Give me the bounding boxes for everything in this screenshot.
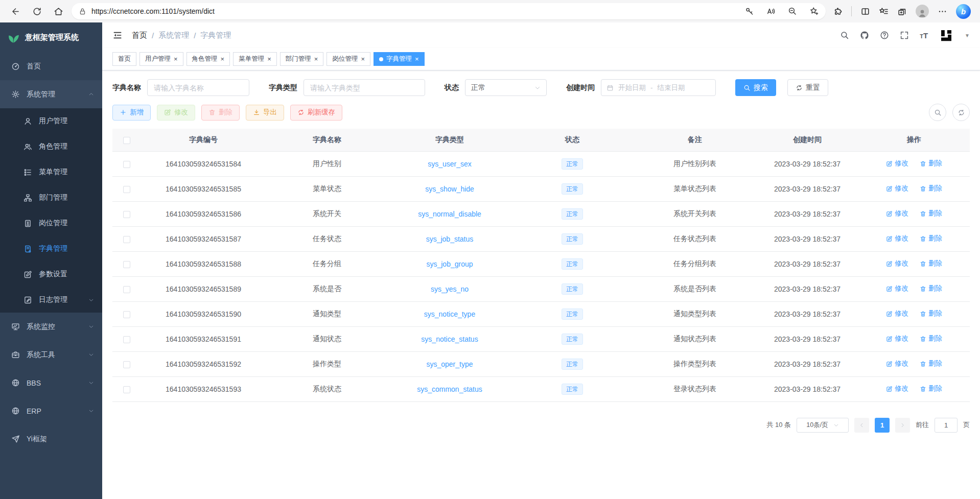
collapse-sidebar-icon[interactable] [112,30,123,40]
dict-name-input[interactable] [147,79,249,96]
row-edit-link[interactable]: 修改 [886,234,908,243]
show-search-toggle-button[interactable] [929,104,946,121]
tab-close-icon[interactable]: × [267,56,271,62]
browser-back-button[interactable] [7,3,24,19]
goto-page-input[interactable] [935,418,958,433]
dict-type-link[interactable]: sys_show_hide [425,185,474,193]
row-checkbox[interactable] [123,386,130,393]
search-button[interactable]: 搜索 [735,79,776,96]
dict-type-input[interactable] [304,79,425,96]
row-checkbox[interactable] [123,161,130,168]
favorites-add-icon[interactable] [809,7,819,16]
date-range-picker[interactable]: 开始日期 - 结束日期 [601,79,716,96]
sidebar-item-erp[interactable]: ERP [0,397,102,425]
row-checkbox[interactable] [123,236,130,243]
password-key-icon[interactable] [745,7,754,16]
row-delete-link[interactable]: 删除 [920,184,942,193]
address-bar[interactable]: https://ccnetcore.com:1101/system/dict [72,3,826,19]
sidebar-item-yi-framework[interactable]: Yi框架 [0,425,102,453]
add-button[interactable]: 新增 [112,105,151,121]
tab[interactable]: 部门管理 × [280,52,324,66]
sidebar-item-system-monitor[interactable]: 系统监控 [0,313,102,341]
refresh-cache-button[interactable]: 刷新缓存 [290,105,342,121]
browser-refresh-button[interactable] [29,3,45,19]
refresh-table-button[interactable] [952,104,970,121]
row-checkbox[interactable] [123,211,130,218]
tab[interactable]: 字典管理 × [374,52,425,66]
row-edit-link[interactable]: 修改 [886,309,908,318]
tab[interactable]: 用户管理 × [139,52,183,66]
row-delete-link[interactable]: 删除 [920,309,942,318]
browser-home-button[interactable] [50,3,66,19]
page-size-select[interactable]: 10条/页 [797,418,849,433]
read-aloud-icon[interactable] [766,7,776,16]
tab-close-icon[interactable]: × [415,56,419,62]
sidebar-item-system-management[interactable]: 系统管理 [0,80,102,108]
tab[interactable]: 首页 × [112,52,136,66]
status-select[interactable]: 正常 [465,79,547,96]
collections-icon[interactable] [897,7,907,16]
sidebar-item-bbs[interactable]: BBS [0,369,102,397]
sidebar-item-role-management[interactable]: 角色管理 [0,134,102,159]
export-button[interactable]: 导出 [246,105,284,121]
row-checkbox[interactable] [123,311,130,318]
dict-type-link[interactable]: sys_normal_disable [418,210,481,218]
sidebar-item-dict-management[interactable]: 字典管理 [0,236,102,262]
extensions-icon[interactable] [833,7,843,16]
tab-close-icon[interactable]: × [314,56,318,62]
row-delete-link[interactable]: 删除 [920,334,942,343]
tab-close-icon[interactable]: × [361,56,365,62]
current-page-button[interactable]: 1 [875,418,890,433]
row-delete-link[interactable]: 删除 [920,209,942,218]
dict-type-link[interactable]: sys_common_status [417,385,482,393]
sidebar-item-dept-management[interactable]: 部门管理 [0,185,102,210]
next-page-button[interactable] [895,418,910,433]
sidebar-item-menu-management[interactable]: 菜单管理 [0,159,102,185]
dict-type-link[interactable]: sys_notice_status [421,335,478,343]
row-checkbox[interactable] [123,361,130,368]
breadcrumb-home[interactable]: 首页 [132,31,147,40]
row-edit-link[interactable]: 修改 [886,209,908,218]
zoom-out-icon[interactable] [788,7,797,16]
header-search-icon[interactable] [840,31,849,40]
tab[interactable]: 角色管理 × [186,52,230,66]
dict-type-link[interactable]: sys_job_group [426,260,473,268]
edit-button[interactable]: 修改 [157,105,195,121]
dict-type-link[interactable]: sys_oper_type [426,360,473,368]
select-all-checkbox[interactable] [123,137,130,144]
sidebar-item-post-management[interactable]: 岗位管理 [0,210,102,236]
user-dropdown-caret-icon[interactable]: ▼ [965,33,970,38]
sidebar-item-home[interactable]: 首页 [0,52,102,80]
row-edit-link[interactable]: 修改 [886,284,908,293]
row-edit-link[interactable]: 修改 [886,184,908,193]
split-screen-icon[interactable] [860,7,870,16]
prev-page-button[interactable] [854,418,869,433]
delete-button[interactable]: 删除 [201,105,240,121]
row-edit-link[interactable]: 修改 [886,159,908,168]
tab-close-icon[interactable]: × [221,56,225,62]
font-size-icon[interactable]: TT [920,31,928,40]
tab[interactable]: 菜单管理 × [233,52,277,66]
sidebar-item-param-settings[interactable]: 参数设置 [0,262,102,287]
row-checkbox[interactable] [123,286,130,293]
tab-close-icon[interactable]: × [174,56,178,62]
favorites-hub-icon[interactable] [879,7,889,16]
row-delete-link[interactable]: 删除 [920,359,942,368]
row-delete-link[interactable]: 删除 [920,234,942,243]
row-checkbox[interactable] [123,336,130,343]
dict-type-link[interactable]: sys_user_sex [428,160,472,168]
row-delete-link[interactable]: 删除 [920,384,942,393]
fullscreen-icon[interactable] [900,31,909,40]
row-delete-link[interactable]: 删除 [920,159,942,168]
browser-menu-dots-icon[interactable] [938,7,947,16]
github-icon[interactable] [860,31,869,40]
sidebar-item-user-management[interactable]: 用户管理 [0,108,102,134]
row-checkbox[interactable] [123,186,130,193]
copilot-icon[interactable]: b [956,4,971,19]
help-icon[interactable] [880,31,889,40]
row-delete-link[interactable]: 删除 [920,284,942,293]
row-edit-link[interactable]: 修改 [886,334,908,343]
row-checkbox[interactable] [123,261,130,268]
row-edit-link[interactable]: 修改 [886,359,908,368]
row-edit-link[interactable]: 修改 [886,384,908,393]
